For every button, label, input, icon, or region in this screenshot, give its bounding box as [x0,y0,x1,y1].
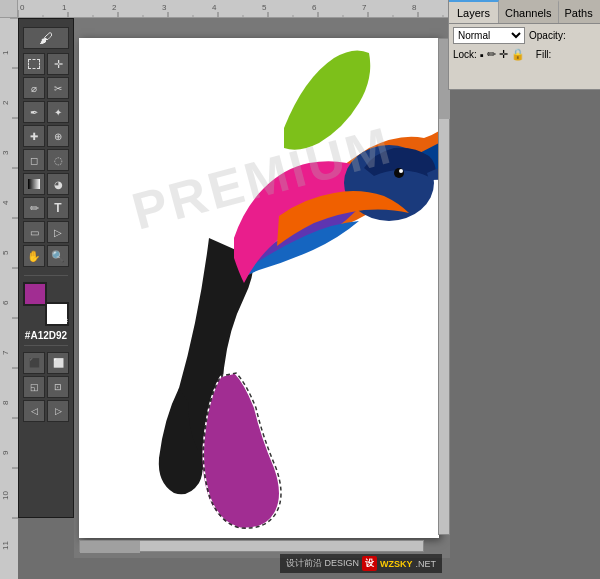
canvas-area: PREMIUM [74,18,450,558]
layers-tab[interactable]: Layers [449,0,499,23]
hummingbird-svg [79,38,439,538]
brand-logo: 设 [362,556,377,571]
swap-colors-icon[interactable]: ⇄ [62,317,68,325]
move-tool[interactable]: ✛ [47,53,69,75]
crop-tool[interactable]: ✂ [47,77,69,99]
move-icon: ✛ [54,58,63,71]
clone-icon: ⊕ [54,131,62,142]
blend-mode-select[interactable]: Normal Dissolve Multiply Screen Overlay [453,27,525,44]
hand-icon: ✋ [27,250,41,263]
svg-text:3: 3 [162,3,167,12]
svg-point-60 [394,168,404,178]
svg-text:4: 4 [1,200,10,205]
svg-text:6: 6 [312,3,317,12]
toolbox: 🖌 ✛ ⌀ ✂ ✒ [18,18,74,518]
standard-mode-tool[interactable]: ⬜ [47,352,69,374]
watermark-footer: 设计前沿 DESIGN 设 WZSKY .NET [280,554,442,573]
gradient-icon [28,179,40,189]
lock-image-icon[interactable]: ✏ [487,48,496,61]
brand-name: WZSKY [380,559,413,569]
shape-tool[interactable]: ▭ [23,221,45,243]
eraser-tool[interactable]: ◻ [23,149,45,171]
paths-tab[interactable]: Paths [559,0,599,23]
scrollbar-horizontal[interactable] [79,540,424,552]
eyedropper-icon: ✒ [30,107,38,118]
blur-tool[interactable]: ◌ [47,149,69,171]
photoshop-window: 0 1 2 3 4 5 6 7 8 9 10 [0,0,600,579]
nav-forward-tool[interactable]: ▷ [47,400,69,422]
svg-text:4: 4 [212,3,217,12]
pen-tool[interactable]: ✏ [23,197,45,219]
panel-tabs: Layers Channels Paths [449,0,600,24]
svg-text:9: 9 [1,450,10,455]
ruler-corner [0,0,18,18]
layers-panel: Layers Channels Paths Normal Dissolve Mu… [448,0,600,90]
path-select-icon: ▷ [54,227,62,238]
clone-tool[interactable]: ⊕ [47,125,69,147]
fill-label: Fill: [536,49,552,60]
lock-all-icon[interactable]: 🔒 [511,48,525,61]
opacity-label: Opacity: [529,30,566,41]
eyedropper-tool[interactable]: ✒ [23,101,45,123]
fullscreen-tool[interactable]: ⊡ [47,376,69,398]
svg-text:3: 3 [1,150,10,155]
gradient-tool[interactable] [23,173,45,195]
zoom-tool[interactable]: 🔍 [47,245,69,267]
svg-text:8: 8 [1,400,10,405]
heal-tool[interactable]: ✚ [23,125,45,147]
magic-wand-tool[interactable]: ✦ [47,101,69,123]
lock-position-icon[interactable]: ✛ [499,48,508,61]
magic-wand-icon: ✦ [54,107,62,118]
burn-tool[interactable]: ◕ [47,173,69,195]
lasso-tool[interactable]: ⌀ [23,77,45,99]
nav-forward-icon: ▷ [55,406,62,416]
channels-tab[interactable]: Channels [499,0,558,23]
marquee-tool[interactable] [23,53,45,75]
path-select-tool[interactable]: ▷ [47,221,69,243]
lock-transparency-icon[interactable]: ▪ [480,49,484,61]
zoom-icon: 🔍 [51,250,65,263]
fullscreen-icon: ⊡ [54,382,62,392]
svg-text:7: 7 [362,3,367,12]
ruler-vertical: 1 2 3 4 5 6 7 8 9 10 11 [0,18,18,579]
foreground-color-box[interactable] [23,282,47,306]
svg-text:5: 5 [1,250,10,255]
pen-icon: ✏ [30,202,39,215]
heal-icon: ✚ [30,131,38,142]
color-hex-label: #A12D92 [25,330,67,341]
text-tool[interactable]: T [47,197,69,219]
blur-icon: ◌ [54,155,63,166]
lock-label: Lock: [453,49,477,60]
scrollbar-vertical[interactable] [438,38,450,535]
lock-row: Lock: ▪ ✏ ✛ 🔒 Fill: [449,47,600,62]
brush-tool[interactable]: 🖌 [23,27,69,49]
site-label: 设计前沿 DESIGN [286,557,359,570]
svg-text:6: 6 [1,300,10,305]
nav-back-tool[interactable]: ◁ [23,400,45,422]
svg-text:1: 1 [1,50,10,55]
svg-text:8: 8 [412,3,417,12]
svg-text:7: 7 [1,350,10,355]
blend-mode-row: Normal Dissolve Multiply Screen Overlay … [449,24,600,47]
crop-icon: ✂ [54,83,62,94]
screen-mode-tool[interactable]: ◱ [23,376,45,398]
burn-icon: ◕ [54,179,63,190]
svg-text:2: 2 [1,100,10,105]
hand-tool[interactable]: ✋ [23,245,45,267]
quick-mask-tool[interactable]: ⬛ [23,352,45,374]
eraser-icon: ◻ [30,155,38,166]
svg-text:5: 5 [262,3,267,12]
quick-mask-icon: ⬛ [29,358,40,368]
svg-point-61 [399,169,403,173]
svg-text:10: 10 [1,491,10,500]
canvas: PREMIUM [79,38,439,538]
svg-text:2: 2 [112,3,117,12]
brush-icon: 🖌 [39,30,53,46]
svg-text:11: 11 [1,541,10,550]
svg-text:0: 0 [20,3,25,12]
svg-text:1: 1 [62,3,67,12]
standard-mode-icon: ⬜ [53,358,64,368]
brand-suffix: .NET [415,559,436,569]
lasso-icon: ⌀ [31,83,37,94]
text-icon: T [54,201,61,215]
